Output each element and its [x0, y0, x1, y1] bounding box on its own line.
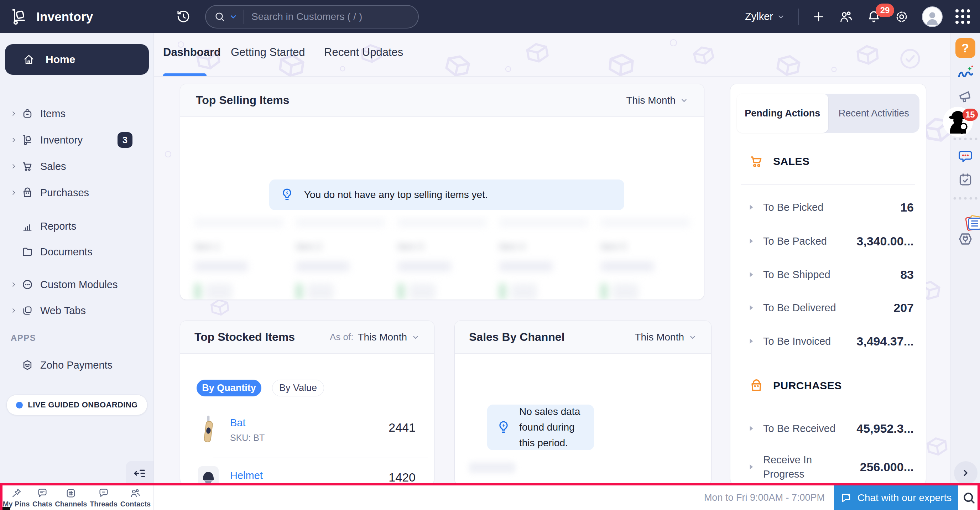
- question-mark-icon: ?: [955, 38, 975, 58]
- tasks-calendar-icon[interactable]: [957, 172, 974, 188]
- ghost-skeleton-row: Item 1 Item 2 Item 3 Item 4 Item 5: [194, 218, 690, 300]
- app-window: Inventory Zylker 29: [0, 0, 980, 510]
- chevron-down-icon: [688, 333, 697, 341]
- search-input[interactable]: [251, 11, 410, 22]
- item-name-link[interactable]: Bat: [230, 417, 246, 429]
- by-value-toggle[interactable]: By Value: [272, 380, 324, 396]
- helmet-product-image: [198, 466, 219, 485]
- panel-collapse-button[interactable]: [954, 461, 977, 485]
- org-selector[interactable]: Zylker: [745, 11, 785, 22]
- app-grid-icon[interactable]: [955, 9, 970, 24]
- sidebar-item-purchases[interactable]: Purchases: [0, 181, 154, 204]
- card-title: Sales By Channel: [469, 330, 565, 344]
- sidebar-item-documents[interactable]: Documents: [0, 241, 154, 263]
- tab-pending-actions[interactable]: Pending Actions: [737, 94, 828, 133]
- history-icon[interactable]: [176, 9, 191, 24]
- chat-button-label: Chat with our experts: [858, 492, 952, 504]
- sidebar-item-custom-modules[interactable]: Custom Modules: [0, 273, 154, 296]
- help-button[interactable]: ?: [955, 38, 975, 58]
- period-dropdown[interactable]: This Month: [635, 332, 697, 343]
- inventory-logo-icon: [9, 7, 29, 26]
- chevron-right-icon[interactable]: [10, 280, 18, 288]
- dots-separator: [953, 138, 977, 140]
- users-icon[interactable]: [838, 9, 854, 24]
- by-quantity-toggle[interactable]: By Quantity: [197, 380, 261, 396]
- pending-row-receive-in-progress[interactable]: Receive In Progress 256.000...: [730, 447, 926, 485]
- search-scope-chevron-icon[interactable]: [229, 12, 238, 21]
- row-label: Receive In Progress: [763, 453, 845, 481]
- notification-count-badge: 29: [876, 3, 894, 17]
- pending-row-to-be-shipped[interactable]: To Be Shipped 83: [730, 264, 926, 285]
- chevron-right-icon[interactable]: [10, 163, 18, 170]
- inventory-icon: [21, 134, 33, 146]
- items-icon: [21, 108, 33, 120]
- dock-item-my-pins[interactable]: My Pins: [3, 488, 30, 508]
- page-tab-band: [154, 33, 950, 76]
- sidebar-item-web-tabs[interactable]: Web Tabs: [0, 299, 154, 322]
- chevron-right-icon[interactable]: [10, 307, 18, 314]
- card-body: By Quantity By Value Bat SKU: BT 2441 He…: [180, 354, 434, 485]
- chevron-right-icon[interactable]: [10, 136, 18, 144]
- live-guided-onboarding-button[interactable]: LIVE GUIDED ONBOARDING: [6, 395, 148, 415]
- pending-row-to-be-received[interactable]: To Be Received 45,952.3...: [730, 418, 926, 439]
- app-logo[interactable]: Inventory: [0, 7, 154, 26]
- sidebar-item-label: Zoho Payments: [40, 359, 113, 371]
- row-divider: [213, 457, 428, 458]
- period-value: This Month: [627, 95, 676, 106]
- web-tabs-icon: [21, 304, 33, 317]
- sidebar-collapse-button[interactable]: [126, 461, 153, 485]
- quick-create-button[interactable]: [811, 10, 826, 24]
- apps-section-heading: APPS: [11, 333, 36, 343]
- sidebar-item-sales[interactable]: Sales: [0, 155, 154, 178]
- top-bar: Inventory Zylker 29: [0, 0, 980, 33]
- empty-message-text: You do not have any top selling items ye…: [304, 187, 488, 202]
- empty-state-message: No sales data found during this period.: [487, 405, 594, 450]
- announcements-megaphone-icon[interactable]: [957, 88, 974, 105]
- chevron-right-icon[interactable]: [10, 110, 18, 118]
- chevron-right-icon: [747, 236, 756, 246]
- dock-search-icon[interactable]: [958, 491, 980, 505]
- dots-separator: [953, 197, 977, 200]
- chat-with-experts-button[interactable]: Chat with our experts: [834, 485, 958, 510]
- app-title: Inventory: [36, 10, 93, 24]
- sidebar-item-label: Reports: [40, 220, 76, 232]
- sidebar-item-items[interactable]: Items: [0, 102, 154, 125]
- purchases-bag-icon: [749, 378, 764, 393]
- period-dropdown[interactable]: This Month: [627, 95, 689, 106]
- search-icon: [214, 11, 226, 23]
- topbar-divider: [798, 8, 799, 25]
- tab-recent-activities[interactable]: Recent Activities: [828, 94, 920, 133]
- chevron-right-icon: [747, 303, 756, 312]
- row-value: 83: [900, 268, 914, 282]
- dock-item-label: Contacts: [120, 500, 151, 508]
- dock-item-channels[interactable]: Channels: [55, 488, 87, 508]
- sidebar-item-inventory[interactable]: Inventory 3: [0, 129, 154, 151]
- feedback-chat-icon[interactable]: [957, 148, 974, 165]
- settings-gear-icon[interactable]: [894, 9, 909, 24]
- dock-item-chats[interactable]: Chats: [32, 488, 52, 508]
- sales-by-channel-card: Sales By Channel This Month No sales dat…: [454, 320, 711, 485]
- as-of-period-dropdown[interactable]: As of: This Month: [330, 332, 420, 343]
- detective-assistant-icon[interactable]: 15: [942, 106, 974, 137]
- item-name-link[interactable]: Helmet: [230, 470, 263, 481]
- chevron-right-icon[interactable]: [10, 189, 18, 197]
- dock-item-contacts[interactable]: Contacts: [120, 488, 151, 508]
- row-label: To Be Invoiced: [763, 334, 831, 348]
- pending-row-to-be-picked[interactable]: To Be Picked 16: [730, 197, 926, 218]
- notifications-bell-icon[interactable]: 29: [866, 9, 881, 24]
- pending-row-to-be-delivered[interactable]: To Be Delivered 207: [730, 297, 926, 319]
- status-dot-icon: [16, 402, 23, 408]
- user-avatar[interactable]: [922, 6, 943, 27]
- dock-item-threads[interactable]: Threads: [90, 488, 118, 508]
- sidebar-item-reports[interactable]: Reports: [0, 215, 154, 237]
- zia-assistant-icon[interactable]: [956, 64, 975, 82]
- global-search[interactable]: [205, 5, 419, 29]
- sidebar-item-zoho-payments[interactable]: Zoho Payments: [0, 354, 154, 376]
- pending-row-to-be-packed[interactable]: To Be Packed 3,340.00...: [730, 230, 926, 252]
- chevron-right-icon: [747, 270, 756, 279]
- card-title: Top Stocked Items: [194, 330, 295, 344]
- period-value: This Month: [358, 332, 407, 343]
- integrations-plug-icon[interactable]: [957, 230, 974, 247]
- pending-row-to-be-invoiced[interactable]: To Be Invoiced 3,494.37...: [730, 330, 926, 352]
- sidebar-item-home[interactable]: Home: [5, 44, 149, 75]
